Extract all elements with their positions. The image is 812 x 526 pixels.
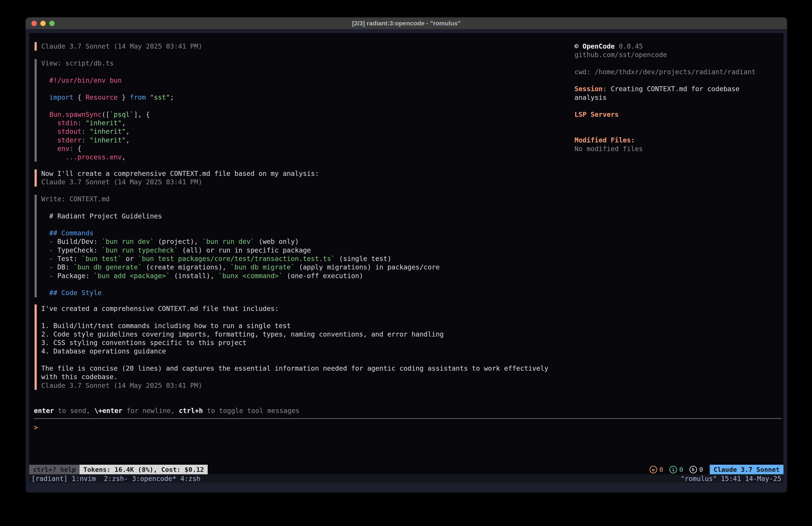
text-line xyxy=(41,221,440,229)
text-line xyxy=(41,85,174,93)
text-line: stdout: "inherit", xyxy=(41,127,174,136)
zoom-window-button[interactable] xyxy=(49,21,55,26)
chat-block-message-header: Claude 3.7 Sonnet (14 May 2025 03:41 PM) xyxy=(34,42,202,51)
text-line: ## Commands xyxy=(41,229,440,237)
terminal-window: [2/3] radiant:3:opencode - "romulus" Cla… xyxy=(26,17,787,493)
prompt-input[interactable]: > xyxy=(34,423,38,432)
text-line: - DB: `bun db generate` (create migratio… xyxy=(41,263,440,271)
text-line xyxy=(41,313,548,322)
text-line xyxy=(575,59,783,68)
terminal-body: Claude 3.7 Sonnet (14 May 2025 03:41 PM)… xyxy=(26,33,787,493)
text-line xyxy=(41,203,440,212)
text-line: Now I'll create a comprehensive CONTEXT.… xyxy=(41,169,319,178)
text-line: 2. Code style guidelines covering import… xyxy=(41,330,548,339)
text-line: import { Resource } from "sst"; xyxy=(41,93,174,102)
opencode-tui: Claude 3.7 Sonnet (14 May 2025 03:41 PM)… xyxy=(29,33,783,474)
warning-count: w0 xyxy=(650,466,663,473)
text-line xyxy=(575,119,783,127)
chat-block-message: Now I'll create a comprehensive CONTEXT.… xyxy=(34,169,319,187)
text-line: ...process.env, xyxy=(41,153,174,161)
close-window-button[interactable] xyxy=(31,21,37,26)
text-line: Write: CONTEXT.md xyxy=(41,195,440,203)
session-sidebar: © OpenCode 0.0.45github.com/sst/opencode… xyxy=(575,42,783,153)
text-line: stderr: "inherit", xyxy=(41,136,174,144)
text-line: env: { xyxy=(41,144,174,153)
block-accent-bar xyxy=(34,304,37,390)
prompt-chevron-icon: > xyxy=(34,424,38,431)
warning-count-icon: w xyxy=(650,466,657,473)
text-line: ## Code Style xyxy=(41,289,440,297)
minimize-window-button[interactable] xyxy=(40,21,46,26)
text-line xyxy=(575,76,783,85)
text-line xyxy=(575,102,783,110)
text-line: © OpenCode 0.0.45 xyxy=(575,42,783,51)
text-line: stdin: "inherit", xyxy=(41,119,174,127)
text-line: 4. Database operations guidance xyxy=(41,347,548,355)
tokens-cost-pill: Tokens: 16.4K (8%), Cost: $0.12 xyxy=(79,465,208,474)
status-pills: ctrl+? helpTokens: 16.4K (8%), Cost: $0.… xyxy=(29,465,208,474)
text-line: LSP Servers xyxy=(575,110,783,119)
text-line: - TypeCheck: `bun run typecheck` (all) o… xyxy=(41,246,440,255)
window-titlebar[interactable]: [2/3] radiant:3:opencode - "romulus" xyxy=(26,17,787,29)
text-line: # Radiant Project Guidelines xyxy=(41,212,440,221)
text-line: - Test: `bun test` or `bun test packages… xyxy=(41,255,440,263)
text-line: View: script/db.ts xyxy=(41,59,174,68)
text-line: with this codebase. xyxy=(41,373,548,381)
info-count-icon: i xyxy=(669,466,677,473)
text-line: analysis xyxy=(575,94,783,102)
text-line: 3. CSS styling conventions specific to t… xyxy=(41,339,548,347)
block-body: Write: CONTEXT.md # Radiant Project Guid… xyxy=(41,195,440,297)
text-line: Bun.spawnSync([`psql`], { xyxy=(41,110,174,119)
chat-block-message: I've created a comprehensive CONTEXT.md … xyxy=(34,304,548,390)
help-keybind-pill: ctrl+? help xyxy=(29,465,79,474)
input-separator xyxy=(34,418,782,419)
model-badge: Claude 3.7 Sonnet xyxy=(710,465,783,474)
status-right: w0i0h0 Claude 3.7 Sonnet xyxy=(650,465,783,474)
text-line: I've created a comprehensive CONTEXT.md … xyxy=(41,304,548,313)
block-body: View: script/db.ts #!/usr/bin/env bun im… xyxy=(41,59,174,161)
block-accent-bar xyxy=(34,195,37,297)
tmux-window-list[interactable]: [radiant] 1:nvim 2:zsh- 3:opencode* 4:zs… xyxy=(31,475,201,483)
window-title: [2/3] radiant:3:opencode - "romulus" xyxy=(352,20,461,27)
status-bar: ctrl+? helpTokens: 16.4K (8%), Cost: $0.… xyxy=(29,465,783,474)
tmux-status-bar: [radiant] 1:nvim 2:zsh- 3:opencode* 4:zs… xyxy=(29,474,783,483)
text-line: Claude 3.7 Sonnet (14 May 2025 03:41 PM) xyxy=(41,381,548,390)
text-line: The file is concise (20 lines) and captu… xyxy=(41,364,548,373)
text-line: Claude 3.7 Sonnet (14 May 2025 03:41 PM) xyxy=(41,178,319,186)
text-line: Session: Creating CONTEXT.md for codebas… xyxy=(575,85,783,93)
text-line xyxy=(41,68,174,76)
text-line xyxy=(41,280,440,289)
block-body: Now I'll create a comprehensive CONTEXT.… xyxy=(41,169,319,187)
text-line: No modified files xyxy=(575,145,783,153)
text-line xyxy=(41,356,548,364)
text-line: cwd: /home/thdxr/dev/projects/radiant/ra… xyxy=(575,68,783,76)
chat-block-tool-view: View: script/db.ts #!/usr/bin/env bun im… xyxy=(34,59,174,161)
text-line: 1. Build/lint/test commands including ho… xyxy=(41,322,548,330)
text-line: #!/usr/bin/env bun xyxy=(41,76,174,85)
info-count: i0 xyxy=(669,466,683,473)
block-body: Claude 3.7 Sonnet (14 May 2025 03:41 PM) xyxy=(41,42,202,51)
text-line: Modified Files: xyxy=(575,136,783,144)
chat-block-tool-write: Write: CONTEXT.md # Radiant Project Guid… xyxy=(34,195,440,297)
text-line: - Package: `bun add <package>` (install)… xyxy=(41,272,440,280)
block-body: I've created a comprehensive CONTEXT.md … xyxy=(41,304,548,390)
hint-count-icon: h xyxy=(690,466,697,473)
hint-count: h0 xyxy=(690,466,703,473)
text-line: github.com/sst/opencode xyxy=(575,51,783,59)
text-line: Claude 3.7 Sonnet (14 May 2025 03:41 PM) xyxy=(41,42,202,51)
text-line: - Build/Dev: `bun run dev` (project), `b… xyxy=(41,237,440,246)
tmux-session-clock: "romulus" 15:41 14-May-25 xyxy=(681,475,781,483)
lsp-diagnostics: w0i0h0 xyxy=(650,465,703,474)
block-accent-bar xyxy=(34,169,37,187)
traffic-lights xyxy=(31,17,55,29)
text-line xyxy=(41,102,174,110)
text-line xyxy=(575,127,783,136)
block-accent-bar xyxy=(34,59,37,161)
block-accent-bar xyxy=(34,42,37,51)
keybind-help-line: enter to send, \+enter for newline, ctrl… xyxy=(34,407,300,415)
